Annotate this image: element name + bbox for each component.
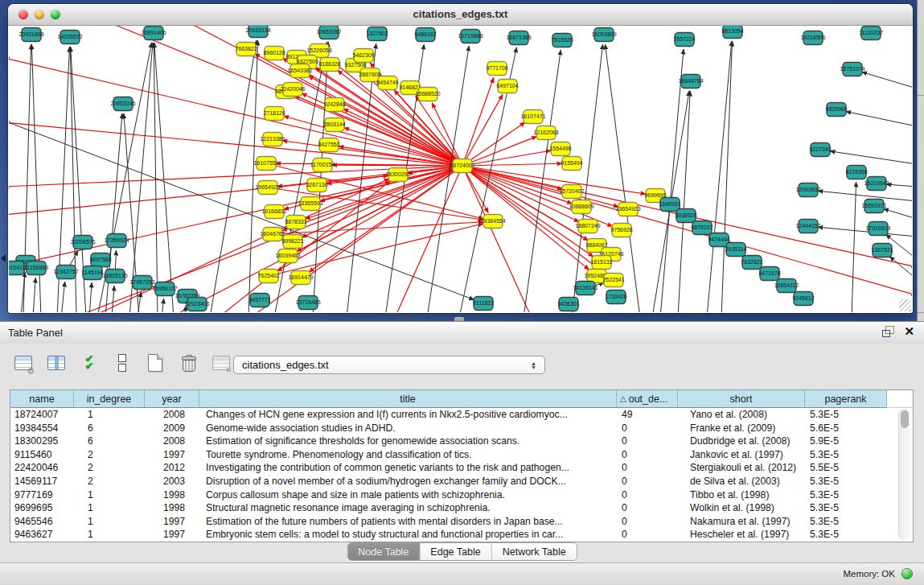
table-cell[interactable]: Yano et al. (2008) bbox=[678, 408, 805, 422]
table-cell[interactable]: 2008 bbox=[145, 408, 199, 422]
table-cell[interactable]: 6 bbox=[74, 435, 145, 448]
graph-node[interactable]: 16053809 bbox=[591, 28, 616, 42]
show-columns-button[interactable] bbox=[44, 351, 68, 375]
graph-node[interactable]: 19218506 bbox=[800, 31, 825, 45]
graph-edge[interactable] bbox=[889, 257, 912, 279]
graph-node[interactable]: 14035572 bbox=[57, 31, 82, 44]
table-row[interactable]: 1938455462009Genome-wide association stu… bbox=[10, 422, 913, 435]
table-cell[interactable]: Hescheler et al. (1997) bbox=[678, 528, 805, 542]
table-row[interactable]: 1456911722003Disruption of a novel membe… bbox=[10, 475, 913, 488]
table-row[interactable]: 2242004622012Investigating the contribut… bbox=[10, 461, 913, 475]
graph-node[interactable]: 2935114 bbox=[725, 243, 747, 257]
graph-node[interactable]: 3267130 bbox=[306, 179, 327, 192]
graph-edge[interactable] bbox=[462, 150, 551, 166]
table-cell[interactable]: 5.3E-5 bbox=[805, 528, 887, 542]
table-cell[interactable]: 0 bbox=[617, 448, 678, 462]
table-cell[interactable]: 0 bbox=[617, 488, 678, 502]
graph-node[interactable]: 17016514 bbox=[865, 222, 890, 236]
table-cell[interactable]: 0 bbox=[617, 475, 678, 488]
graph-node[interactable]: 9111822 bbox=[473, 297, 494, 311]
table-cell[interactable]: Dudbridge et al. (2008) bbox=[678, 435, 805, 448]
graph-node[interactable]: 18300295 bbox=[385, 168, 410, 182]
graph-node[interactable]: 1554496 bbox=[549, 142, 571, 156]
graph-node[interactable]: 16107471 bbox=[520, 110, 545, 124]
table-cell[interactable]: 9463627 bbox=[10, 528, 74, 542]
table-cell[interactable]: 1 bbox=[74, 515, 145, 529]
table-cell[interactable]: 2 bbox=[74, 461, 145, 475]
table-cell[interactable]: Nakamura et al. (1997) bbox=[678, 515, 805, 529]
column-header-in_degree[interactable]: in_degree bbox=[74, 390, 145, 408]
graph-node[interactable]: 6879197 bbox=[691, 221, 713, 235]
graph-node[interactable]: 7663822 bbox=[235, 43, 257, 56]
graph-node[interactable]: 1733426 bbox=[605, 290, 626, 304]
graph-node[interactable]: 20933134 bbox=[245, 26, 270, 38]
table-cell[interactable]: 5.9E-5 bbox=[805, 435, 887, 448]
graph-node[interactable]: 19384554 bbox=[480, 215, 505, 229]
graph-node[interactable]: 16914479 bbox=[288, 271, 313, 285]
graph-edge[interactable] bbox=[462, 166, 532, 312]
table-cell[interactable]: Corpus callosum shape and size in male p… bbox=[199, 488, 617, 502]
graph-edge[interactable] bbox=[33, 278, 35, 312]
table-options-button[interactable]: ⚙ bbox=[11, 351, 35, 375]
table-cell[interactable]: Disruption of a novel member of a sodium… bbox=[199, 475, 617, 488]
graph-node[interactable]: 8878331 bbox=[285, 216, 306, 229]
table-cell[interactable]: 0 bbox=[617, 461, 678, 475]
graph-node[interactable]: 12162068 bbox=[533, 126, 558, 140]
table-cell[interactable]: 5.6E-5 bbox=[805, 422, 887, 435]
tab-network-table[interactable]: Network Table bbox=[492, 543, 577, 560]
table-cell[interactable]: 1 bbox=[74, 408, 145, 422]
table-cell[interactable]: 18724007 bbox=[10, 408, 74, 422]
graph-edge[interactable] bbox=[886, 184, 912, 187]
graph-node[interactable]: 19166832 bbox=[261, 205, 286, 219]
graph-node[interactable]: 8471678 bbox=[758, 267, 780, 281]
graph-node[interactable]: 12213389 bbox=[260, 133, 285, 146]
table-cell[interactable]: Wolkin et al. (1998) bbox=[678, 501, 805, 515]
table-cell[interactable]: Structural magnetic resonance image aver… bbox=[199, 501, 617, 515]
table-cell[interactable]: 0 bbox=[617, 515, 678, 529]
delete-column-button[interactable] bbox=[176, 351, 200, 375]
table-cell[interactable]: Embryonic stem cells: a model to study s… bbox=[199, 528, 617, 542]
graph-node[interactable]: 15720407 bbox=[559, 185, 584, 199]
graph-node[interactable]: 8186328 bbox=[318, 58, 340, 72]
table-row[interactable]: 946362711997Embryonic stem cells: a mode… bbox=[10, 528, 913, 542]
graph-edge[interactable] bbox=[818, 191, 912, 201]
tab-node-table[interactable]: Node Table bbox=[347, 543, 420, 560]
table-cell[interactable]: 9777169 bbox=[10, 488, 74, 502]
graph-node[interactable]: 9242848 bbox=[323, 98, 345, 112]
graph-node[interactable]: 9756928 bbox=[610, 224, 632, 237]
graph-node[interactable]: 2718126 bbox=[263, 107, 285, 121]
table-cell[interactable]: Changes of HCN gene expression and I(f) … bbox=[199, 408, 617, 422]
table-cell[interactable]: 1997 bbox=[145, 528, 199, 542]
graph-node[interactable]: 2803144 bbox=[323, 118, 345, 132]
graph-edge[interactable] bbox=[89, 282, 92, 312]
graph-edge[interactable] bbox=[830, 151, 912, 164]
graph-node[interactable]: 12923406 bbox=[184, 298, 209, 311]
graph-node[interactable]: 8938928 bbox=[675, 209, 696, 223]
graph-node[interactable]: 9097588 bbox=[89, 253, 111, 267]
table-cell[interactable]: 1997 bbox=[145, 448, 199, 462]
network-window[interactable]: citations_edges.txt 20931898140355722089… bbox=[8, 4, 913, 313]
table-cell[interactable]: Jankovic et al. (1997) bbox=[678, 448, 805, 462]
table-cell[interactable]: 2003 bbox=[145, 475, 199, 488]
graph-node[interactable]: 8427552 bbox=[318, 138, 339, 152]
graph-node[interactable]: 1615132 bbox=[590, 256, 612, 270]
table-cell[interactable]: 0 bbox=[617, 528, 678, 542]
docked-panel-edge[interactable] bbox=[917, 0, 924, 321]
graph-edge[interactable] bbox=[112, 286, 114, 312]
table-cell[interactable]: Investigating the contribution of common… bbox=[199, 461, 617, 475]
table-cell[interactable]: 18300295 bbox=[10, 435, 74, 448]
table-cell[interactable]: 1998 bbox=[145, 488, 199, 502]
new-column-button[interactable] bbox=[143, 351, 167, 375]
graph-edge[interactable] bbox=[305, 166, 462, 219]
table-cell[interactable]: 9465546 bbox=[10, 515, 74, 529]
table-cell[interactable]: 2012 bbox=[145, 461, 199, 475]
scrollbar-thumb[interactable] bbox=[901, 410, 909, 428]
graph-edge[interactable] bbox=[721, 41, 733, 312]
graph-node[interactable]: 15688520 bbox=[415, 88, 440, 101]
table-cell[interactable]: 1 bbox=[74, 501, 145, 515]
table-cell[interactable]: Tourette syndrome. Phenomenology and cla… bbox=[199, 448, 617, 462]
graph-node[interactable]: 17957253 bbox=[129, 276, 154, 290]
graph-edge[interactable] bbox=[462, 166, 912, 295]
table-selector-dropdown[interactable]: citations_edges.txt ▲▼ bbox=[233, 356, 545, 374]
graph-node[interactable]: 11120237 bbox=[859, 27, 883, 40]
